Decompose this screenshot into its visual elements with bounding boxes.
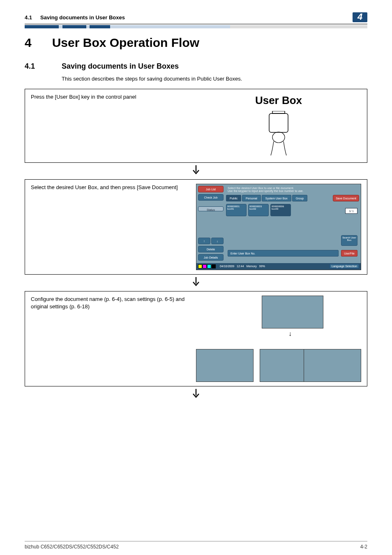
delete-button[interactable]: Delete <box>198 246 224 252</box>
screen-hint: Select the desired User Box to use or fi… <box>228 187 359 192</box>
status-label: Status <box>198 206 224 211</box>
header-accent-stripe <box>25 25 367 28</box>
job-details-button[interactable]: Job Details <box>198 254 224 261</box>
userbox-item[interactable]: 000000003box02 <box>248 204 269 216</box>
chapter-number: 4 <box>25 36 32 49</box>
header-breadcrumb: Saving documents in User Boxes <box>40 14 125 21</box>
flow-arrow-icon <box>25 389 367 401</box>
scroll-up-button[interactable]: ↑ <box>198 238 210 244</box>
language-select-button[interactable]: Language Selection <box>330 264 359 268</box>
userbox-key-icon[interactable] <box>260 111 297 156</box>
step1-text: Press the [User Box] key in the control … <box>31 93 196 158</box>
userbox-key-label: User Box <box>255 94 302 107</box>
keyboard-screen-thumb <box>196 349 254 382</box>
touchscreen-userbox: Job List Check Job Status ↑ ↓ Delete Job… <box>196 184 361 270</box>
section-title: Saving documents in User Boxes <box>62 62 179 71</box>
page-indicator: 1/ 1 <box>345 208 357 214</box>
branch-arrow-icon: ↓ <box>288 330 292 338</box>
status-time: 12:44 <box>237 265 244 268</box>
step3-box: Configure the document name (p. 6-4), sc… <box>25 291 367 386</box>
save-document-button[interactable]: Save Document <box>333 195 359 201</box>
flow-arrow-icon <box>25 165 367 178</box>
userbox-item[interactable]: 000000001box01 <box>226 204 247 216</box>
footer-page: 4-2 <box>360 544 367 550</box>
check-job-button[interactable]: Check Job <box>198 194 224 201</box>
step3-text: Configure the document name (p. 6-4), sc… <box>31 296 196 382</box>
ink-indicator <box>198 264 216 268</box>
userbox-item[interactable]: 000000006box03 <box>270 204 291 216</box>
scroll-down-button[interactable]: ↓ <box>211 238 224 244</box>
step2-text: Select the desired User Box, and then pr… <box>31 184 196 270</box>
header-section-num: 4.1 <box>25 14 32 21</box>
docname-screen-thumb <box>262 296 323 328</box>
status-memory-label: Memory <box>247 265 257 268</box>
section-intro: This section describes the steps for sav… <box>62 75 367 83</box>
chapter-title: User Box Operation Flow <box>52 36 199 49</box>
footer-model: bizhub C652/C652DS/C552/C552DS/C452 <box>25 544 119 550</box>
status-date: 04/10/2009 <box>220 265 234 268</box>
enter-boxno-field[interactable]: Enter User Box No. <box>228 250 339 257</box>
tab-personal[interactable]: Personal <box>242 195 261 201</box>
chapter-heading: 4User Box Operation Flow <box>25 36 367 50</box>
flow-arrow-icon <box>25 277 367 289</box>
settings-screens-thumbs: ↓ <box>196 296 361 382</box>
tab-public[interactable]: Public <box>226 195 241 201</box>
chapter-badge: 4 <box>353 12 367 22</box>
svg-rect-1 <box>269 113 288 132</box>
svg-point-2 <box>272 132 285 143</box>
tab-system[interactable]: System User Box <box>262 195 291 201</box>
step2-box: Select the desired User Box, and then pr… <box>25 179 367 275</box>
search-userbox-button[interactable]: Search User Box <box>341 235 357 246</box>
original-settings-thumb <box>304 349 361 382</box>
status-memory-pct: 99% <box>259 265 265 268</box>
section-number: 4.1 <box>25 62 62 71</box>
job-list-button[interactable]: Job List <box>198 186 224 192</box>
tab-group[interactable]: Group <box>292 195 307 201</box>
step1-box: Press the [User Box] key in the control … <box>25 89 367 163</box>
svg-rect-0 <box>272 111 285 113</box>
use-file-button[interactable]: Use/File <box>341 250 357 257</box>
